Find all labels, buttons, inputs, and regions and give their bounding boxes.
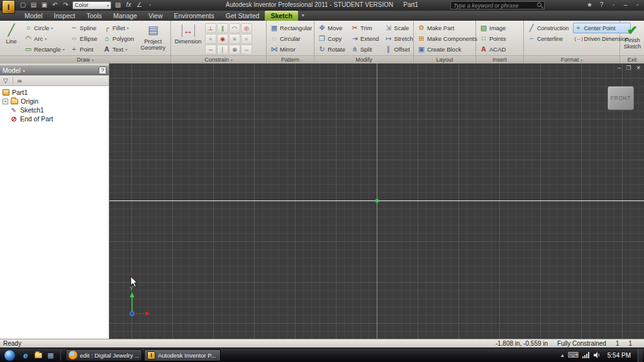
material-paint-icon[interactable]: ▨ bbox=[114, 1, 122, 9]
circular-pattern-button[interactable]: ◌Circular bbox=[269, 33, 314, 44]
rectangular-pattern-button[interactable]: ▦Rectangular bbox=[269, 23, 314, 33]
scale-button[interactable]: ⇲Scale bbox=[383, 23, 415, 33]
constraint-coincident-button[interactable]: ◉ bbox=[217, 34, 228, 44]
tab-get-started[interactable]: Get Started bbox=[220, 11, 265, 21]
minimize-button[interactable]: ‒ bbox=[621, 1, 630, 9]
internet-explorer-icon[interactable]: e bbox=[20, 350, 31, 361]
show-desktop-button[interactable] bbox=[638, 348, 643, 362]
taskbar-button-inventor[interactable]: I Autodesk Inventor P... bbox=[144, 349, 221, 361]
ribbon-options-caret-icon[interactable]: ▾ bbox=[302, 11, 304, 21]
keyboard-icon[interactable]: ⌨ bbox=[567, 351, 578, 359]
tree-node-end-of-part[interactable]: ⊘ End of Part bbox=[0, 114, 109, 123]
create-block-button[interactable]: ▣Create Block bbox=[416, 44, 479, 55]
constraint-vertical-button[interactable]: │ bbox=[217, 45, 228, 55]
constraint-symmetric-button[interactable]: ⇔ bbox=[241, 45, 252, 55]
fillet-button[interactable]: ╭Fillet▾ bbox=[101, 23, 136, 33]
make-part-button[interactable]: ⚙Make Part bbox=[416, 23, 479, 33]
favorites-icon[interactable]: ★ bbox=[586, 1, 594, 9]
line-button[interactable]: ╱ Line bbox=[2, 22, 21, 55]
tab-view[interactable]: View bbox=[143, 11, 169, 21]
quick-launch-app-icon[interactable]: ▦ bbox=[45, 350, 56, 361]
save-icon[interactable]: ▣ bbox=[40, 1, 48, 9]
tab-tools[interactable]: Tools bbox=[80, 11, 108, 21]
ellipse-button[interactable]: ○Ellipse bbox=[69, 33, 99, 44]
doc-restore-button[interactable]: ❐ bbox=[626, 65, 631, 71]
tab-sketch[interactable]: Sketch bbox=[265, 11, 297, 21]
trim-button[interactable]: ✂Trim bbox=[349, 23, 381, 33]
text-button[interactable]: AText▾ bbox=[101, 44, 136, 55]
acad-button[interactable]: AACAD bbox=[478, 44, 508, 55]
constraint-horizontal-button[interactable]: ─ bbox=[205, 45, 216, 55]
extend-button[interactable]: ⇥Extend bbox=[349, 33, 381, 44]
rotate-button[interactable]: ↻Rotate bbox=[316, 44, 347, 55]
start-button[interactable] bbox=[4, 349, 16, 361]
image-button[interactable]: ▧Image bbox=[478, 23, 508, 33]
color-dropdown[interactable]: Color ▾ bbox=[72, 1, 111, 9]
point-button[interactable]: +Point bbox=[69, 44, 99, 55]
tab-inspect[interactable]: Inspect bbox=[48, 11, 81, 21]
explorer-folder-icon[interactable] bbox=[33, 350, 43, 361]
tab-environments[interactable]: Environments bbox=[169, 11, 220, 21]
tree-node-part1[interactable]: Part1 bbox=[0, 88, 109, 97]
origin-center-point[interactable] bbox=[375, 199, 379, 202]
polygon-button[interactable]: ⌂Polygon bbox=[101, 33, 136, 44]
project-geometry-button[interactable]: ▤ Project Geometry bbox=[138, 22, 168, 55]
dimension-button[interactable]: ↔ Dimension bbox=[173, 22, 203, 55]
redo-icon[interactable]: ↷ bbox=[62, 1, 70, 9]
doc-minimize-button[interactable]: ‒ bbox=[618, 65, 621, 71]
constraint-parallel-button[interactable]: ∥ bbox=[217, 23, 228, 33]
arc-button[interactable]: ◠Arc▾ bbox=[23, 33, 67, 44]
search-input[interactable] bbox=[450, 1, 545, 9]
move-button[interactable]: ✥Move bbox=[316, 23, 347, 33]
points-button[interactable]: ∷Points bbox=[478, 33, 508, 44]
offset-button[interactable]: ∥Offset bbox=[383, 44, 415, 55]
expand-plus-icon[interactable]: + bbox=[3, 99, 8, 104]
panel-label-draw[interactable]: Draw▾ bbox=[0, 55, 170, 63]
measure-icon[interactable]: ∠ bbox=[135, 1, 143, 9]
split-button[interactable]: ⋔Split bbox=[349, 44, 381, 55]
constraint-smooth-button[interactable]: ≈ bbox=[205, 34, 216, 44]
rectangle-button[interactable]: ▭Rectangle▾ bbox=[23, 44, 67, 55]
tab-model[interactable]: Model bbox=[19, 11, 48, 21]
search-icon[interactable] bbox=[537, 3, 541, 7]
construction-button[interactable]: ╱Construction bbox=[526, 23, 571, 33]
constraint-tangent-button[interactable]: ◠ bbox=[229, 23, 240, 33]
viewcube-front-face[interactable]: FRONT bbox=[611, 95, 631, 101]
tree-node-sketch1[interactable]: ✎ Sketch1 bbox=[0, 106, 109, 114]
qat-options-caret-icon[interactable]: ▾ bbox=[146, 1, 154, 9]
new-file-icon[interactable]: ▢ bbox=[19, 1, 27, 9]
constraint-collinear-button[interactable]: ≡ bbox=[229, 34, 240, 44]
volume-icon[interactable] bbox=[594, 352, 601, 358]
circle-button[interactable]: ○Circle▾ bbox=[23, 23, 67, 33]
browser-header[interactable]: Model ▾ ? bbox=[0, 65, 109, 75]
taskbar-button-browser[interactable]: edit : Digital Jewelry ... bbox=[65, 349, 142, 361]
constraint-equal-button[interactable]: = bbox=[241, 34, 252, 44]
centerline-button[interactable]: ┄Centerline bbox=[526, 33, 571, 44]
app-logo-icon[interactable]: I bbox=[2, 0, 15, 14]
sketch-canvas[interactable]: ‒ ❐ ✕ FRONT Y bbox=[109, 63, 644, 339]
constraint-perpendicular-button[interactable]: ⊥ bbox=[205, 23, 216, 33]
viewcube[interactable]: FRONT bbox=[608, 86, 634, 110]
constraint-concentric-button[interactable]: ◎ bbox=[241, 23, 252, 33]
panel-label-format[interactable]: Format▾ bbox=[524, 55, 619, 63]
doc-close-button[interactable]: ✕ bbox=[636, 65, 641, 71]
make-components-button[interactable]: ⊞Make Components bbox=[416, 33, 479, 44]
restore-button[interactable]: ▫ bbox=[633, 1, 641, 9]
network-icon[interactable] bbox=[582, 352, 590, 358]
filter-icon[interactable]: ▽ bbox=[3, 77, 8, 84]
finish-sketch-button[interactable]: ✔ Finish Sketch bbox=[622, 22, 643, 55]
constraint-fix-button[interactable]: ⊕ bbox=[229, 45, 240, 55]
help-icon[interactable]: ? bbox=[597, 1, 606, 9]
mirror-button[interactable]: ⋈Mirror bbox=[269, 44, 314, 55]
browser-help-button[interactable]: ? bbox=[99, 67, 106, 74]
undo-icon[interactable]: ↶ bbox=[51, 1, 59, 9]
stretch-button[interactable]: ↦Stretch bbox=[383, 33, 415, 44]
find-icon[interactable]: ∞ bbox=[18, 77, 22, 84]
parameters-fx-button[interactable]: fx bbox=[125, 1, 133, 9]
tab-manage[interactable]: Manage bbox=[108, 11, 143, 21]
help-caret-icon[interactable]: ▾ bbox=[609, 1, 618, 9]
tree-node-origin[interactable]: + Origin bbox=[0, 97, 109, 106]
panel-label-constrain[interactable]: Constrain▾ bbox=[171, 55, 266, 63]
hidden-icons-chevron[interactable]: ▴ bbox=[561, 352, 564, 358]
clock[interactable]: 5:54 PM bbox=[608, 352, 631, 359]
